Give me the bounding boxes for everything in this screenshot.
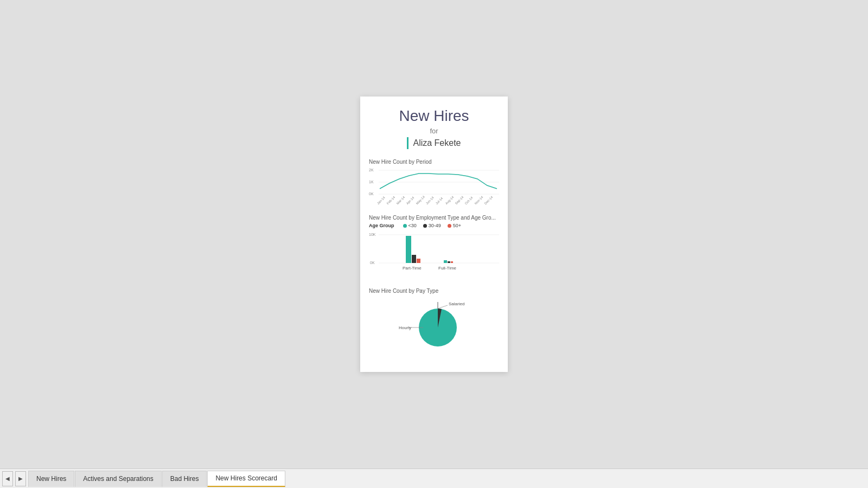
bar-chart-svg: 10K 0K Part-Time Full-Time <box>369 230 499 279</box>
legend-item-under30: <30 <box>403 223 417 228</box>
svg-text:Jul-14: Jul-14 <box>435 196 444 205</box>
chart2-legend: Age Group <30 30-49 50+ <box>369 223 499 228</box>
svg-text:10K: 10K <box>369 233 376 236</box>
svg-text:Nov-14: Nov-14 <box>474 195 484 205</box>
hourly-label: Hourly <box>399 325 411 330</box>
tab-nav-next[interactable]: ▶ <box>15 471 26 486</box>
report-card: New Hires for Aliza Fekete New Hire Coun… <box>360 97 508 372</box>
legend-item-50plus: 50+ <box>448 223 461 228</box>
bar-parttime-under30 <box>406 236 411 263</box>
pie-chart-svg: Salaried Hourly <box>399 298 469 349</box>
svg-text:0K: 0K <box>370 261 375 265</box>
svg-text:Dec-14: Dec-14 <box>484 195 494 205</box>
report-name-bar <box>407 137 409 149</box>
chart2-section: New Hire Count by Employment Type and Ag… <box>369 215 499 279</box>
age-group-label: Age Group <box>369 223 394 228</box>
legend-dot-50plus <box>448 224 451 228</box>
bar-chart-container: 10K 0K Part-Time Full-Time <box>369 230 499 279</box>
chart2-label: New Hire Count by Employment Type and Ag… <box>369 215 499 221</box>
line-chart-container: 2K 1K 0K Jan-14 Feb-14 Mar-14 Apr-14 May… <box>369 167 499 206</box>
tab-actives-separations[interactable]: Actives and Separations <box>75 471 161 487</box>
svg-text:1K: 1K <box>369 180 374 184</box>
chart3-label: New Hire Count by Pay Type <box>369 288 499 294</box>
legend-label-30-49: 30-49 <box>429 223 441 228</box>
chart1-label: New Hire Count by Period <box>369 159 499 165</box>
bar-parttime-50plus <box>417 259 420 263</box>
svg-text:Apr-14: Apr-14 <box>406 196 415 205</box>
tab-bar: ◀ ▶ New Hires Actives and Separations Ba… <box>0 468 868 488</box>
line-chart-svg: 2K 1K 0K Jan-14 Feb-14 Mar-14 Apr-14 May… <box>369 167 499 206</box>
bar-fulltime-30-49 <box>448 261 450 263</box>
bar-fulltime-under30 <box>444 260 447 263</box>
legend-label-50plus: 50+ <box>453 223 461 228</box>
tab-bad-hires[interactable]: Bad Hires <box>162 471 207 487</box>
svg-text:Feb-14: Feb-14 <box>386 195 396 205</box>
legend-item-30-49: 30-49 <box>423 223 441 228</box>
svg-text:Part-Time: Part-Time <box>403 266 422 271</box>
legend-label-under30: <30 <box>409 223 417 228</box>
legend-dot-under30 <box>403 224 407 228</box>
svg-text:Full-Time: Full-Time <box>438 266 457 271</box>
report-title: New Hires <box>369 107 499 125</box>
pie-chart-container: Salaried Hourly <box>369 296 499 350</box>
svg-text:Mar-14: Mar-14 <box>396 195 406 205</box>
chart3-section: New Hire Count by Pay Type Salaried Hour… <box>369 288 499 350</box>
report-for-label: for <box>369 127 499 135</box>
legend-dot-30-49 <box>423 224 427 228</box>
bar-fulltime-50plus <box>451 261 453 263</box>
tab-new-hires[interactable]: New Hires <box>28 471 74 487</box>
report-name-row: Aliza Fekete <box>369 137 499 149</box>
svg-text:May-14: May-14 <box>416 195 426 206</box>
svg-text:Oct-14: Oct-14 <box>464 196 474 205</box>
svg-text:2K: 2K <box>369 168 374 172</box>
salaried-label: Salaried <box>449 301 464 306</box>
main-content: New Hires for Aliza Fekete New Hire Coun… <box>0 0 868 468</box>
tab-new-hires-scorecard[interactable]: New Hires Scorecard <box>207 471 285 487</box>
report-person-name: Aliza Fekete <box>413 138 461 148</box>
tab-nav-prev[interactable]: ◀ <box>2 471 13 486</box>
svg-text:Sep-14: Sep-14 <box>455 195 464 205</box>
svg-text:0K: 0K <box>369 192 374 196</box>
svg-text:Aug-14: Aug-14 <box>445 195 455 205</box>
chart1-section: New Hire Count by Period 2K 1K 0K Jan-14… <box>369 159 499 206</box>
svg-text:Jan-14: Jan-14 <box>376 196 386 206</box>
bar-parttime-30-49 <box>412 255 416 263</box>
svg-text:Jun-14: Jun-14 <box>425 196 435 206</box>
salaried-leader-line <box>438 305 448 309</box>
